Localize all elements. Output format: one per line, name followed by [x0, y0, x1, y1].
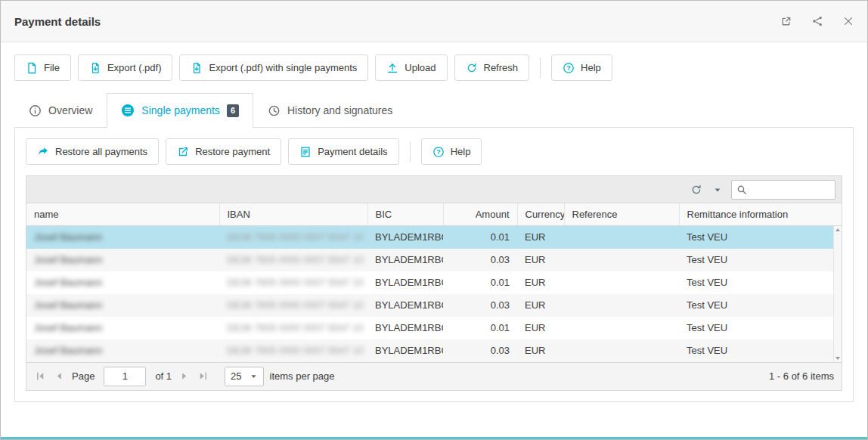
- payment-details-dialog: Payment details File Export (.pdf): [0, 0, 868, 440]
- help-button[interactable]: ? Help: [551, 54, 612, 81]
- cell-reference: [564, 226, 679, 249]
- help-icon: ?: [432, 146, 445, 158]
- cell-name: Josef Baumann: [26, 317, 219, 339]
- cell-currency: EUR: [517, 271, 564, 294]
- cell-reference: [564, 249, 679, 271]
- table-row[interactable]: Josef Baumann DE36 7905 0000 0007 5547 1…: [26, 317, 833, 339]
- cell-amount: 0.03: [443, 294, 517, 317]
- upload-button[interactable]: Upload: [375, 54, 447, 81]
- column-header-bic[interactable]: BIC: [367, 203, 443, 225]
- cell-reference: [564, 294, 679, 317]
- payment-details-button[interactable]: Payment details: [288, 138, 399, 165]
- tab-history-and-signatures[interactable]: History and signatures: [253, 93, 407, 128]
- previous-page-button[interactable]: [53, 370, 66, 383]
- bottom-accent-bar: [1, 437, 867, 439]
- tab-overview[interactable]: Overview: [14, 93, 107, 128]
- export-pdf-single-payments-button[interactable]: Export (.pdf) with single payments: [179, 54, 368, 81]
- grid-options-dropdown-button[interactable]: [711, 184, 724, 196]
- search-box: [731, 180, 835, 200]
- payments-grid: name IBAN BIC Amount Currency Reference …: [26, 175, 842, 391]
- cell-iban: DE36 7905 0000 0007 5547 10: [219, 271, 367, 294]
- tabstrip: Overview Single payments 6 History and s…: [14, 93, 854, 128]
- svg-text:?: ?: [436, 148, 441, 156]
- caret-down-icon: [713, 185, 722, 194]
- tab-label: Overview: [48, 104, 92, 116]
- table-row[interactable]: Josef Baumann DE36 7905 0000 0007 5547 1…: [26, 271, 833, 294]
- list-icon: [121, 104, 135, 117]
- popout-button[interactable]: [780, 16, 792, 27]
- button-label: Restore payment: [195, 146, 270, 157]
- cell-name: Josef Baumann: [26, 294, 219, 317]
- page-number-input[interactable]: [104, 367, 146, 386]
- column-header-currency[interactable]: Currency: [517, 203, 564, 225]
- toolbar-separator: [410, 141, 411, 162]
- next-page-button[interactable]: [178, 370, 191, 383]
- file-button[interactable]: File: [14, 54, 71, 81]
- cell-name: Josef Baumann: [26, 271, 219, 294]
- tab-single-payments[interactable]: Single payments 6: [107, 93, 253, 128]
- cell-remittance: Test VEU: [679, 271, 833, 294]
- button-label: Upload: [405, 62, 436, 73]
- close-button[interactable]: [843, 16, 854, 26]
- pager-summary: 1 - 6 of 6 items: [769, 370, 834, 382]
- restore-all-payments-button[interactable]: Restore all payments: [26, 138, 159, 165]
- cell-bic: BYLADEM1RBG: [367, 339, 443, 362]
- cell-iban: DE36 7905 0000 0007 5547 10: [219, 317, 367, 339]
- export-pdf-button[interactable]: Export (.pdf): [78, 54, 173, 81]
- seek-last-icon: [197, 370, 209, 382]
- cell-amount: 0.01: [443, 317, 517, 339]
- vertical-scrollbar[interactable]: [833, 226, 842, 362]
- export-pdf-icon: [89, 62, 101, 74]
- cell-bic: BYLADEM1RBG: [367, 271, 443, 294]
- cell-currency: EUR: [517, 339, 564, 362]
- grid-toolbar: [26, 176, 842, 203]
- table-row[interactable]: Josef Baumann DE36 7905 0000 0007 5547 1…: [26, 294, 833, 317]
- share-button[interactable]: [811, 15, 823, 27]
- export-pdf-icon: [191, 62, 203, 74]
- cell-currency: EUR: [517, 317, 564, 339]
- table-row[interactable]: Josef Baumann DE36 7905 0000 0007 5547 1…: [26, 249, 833, 271]
- table-row[interactable]: Josef Baumann DE36 7905 0000 0007 5547 1…: [26, 226, 833, 249]
- cell-bic: BYLADEM1RBG: [367, 249, 443, 271]
- cell-currency: EUR: [517, 226, 564, 249]
- grid-refresh-button[interactable]: [689, 182, 704, 197]
- tab-label: History and signatures: [287, 104, 392, 116]
- close-icon: [843, 16, 854, 26]
- restore-all-icon: [37, 146, 49, 158]
- search-input[interactable]: [731, 180, 835, 200]
- column-header-name[interactable]: name: [26, 203, 219, 225]
- page-size-select[interactable]: 25: [225, 367, 263, 386]
- info-icon: [29, 104, 42, 117]
- column-header-remittance[interactable]: Remittance information: [679, 203, 833, 225]
- titlebar: Payment details: [1, 1, 867, 42]
- restore-payment-button[interactable]: Restore payment: [166, 138, 281, 165]
- arrow-right-icon: [178, 370, 190, 382]
- scrollbar-up-arrow-icon[interactable]: [835, 228, 840, 231]
- scrollbar-down-arrow-icon[interactable]: [835, 357, 840, 360]
- cell-iban: DE36 7905 0000 0007 5547 10: [219, 294, 367, 317]
- first-page-button[interactable]: [34, 370, 47, 383]
- cell-reference: [564, 271, 679, 294]
- cell-iban: DE36 7905 0000 0007 5547 10: [219, 226, 367, 249]
- tab-count-badge: 6: [227, 104, 239, 117]
- page-of-label: of 1: [155, 370, 172, 382]
- grid-help-button[interactable]: ? Help: [421, 138, 482, 165]
- seek-first-icon: [35, 370, 46, 382]
- cell-name: Josef Baumann: [26, 339, 219, 362]
- last-page-button[interactable]: [197, 370, 209, 383]
- column-header-reference[interactable]: Reference: [564, 203, 679, 225]
- refresh-button[interactable]: Refresh: [454, 54, 530, 81]
- cell-bic: BYLADEM1RBG: [367, 317, 443, 339]
- file-icon: [26, 62, 38, 74]
- button-label: File: [44, 62, 60, 73]
- cell-remittance: Test VEU: [679, 249, 833, 271]
- column-header-iban[interactable]: IBAN: [219, 203, 367, 225]
- svg-text:?: ?: [566, 64, 571, 72]
- toolbar-separator: [540, 57, 541, 78]
- button-label: Payment details: [318, 146, 388, 157]
- cell-name: Josef Baumann: [26, 249, 219, 271]
- caret-down-icon: [250, 372, 258, 380]
- table-row[interactable]: Josef Baumann DE36 7905 0000 0007 5547 1…: [26, 339, 833, 362]
- button-label: Export (.pdf): [107, 62, 162, 73]
- column-header-amount[interactable]: Amount: [443, 203, 517, 225]
